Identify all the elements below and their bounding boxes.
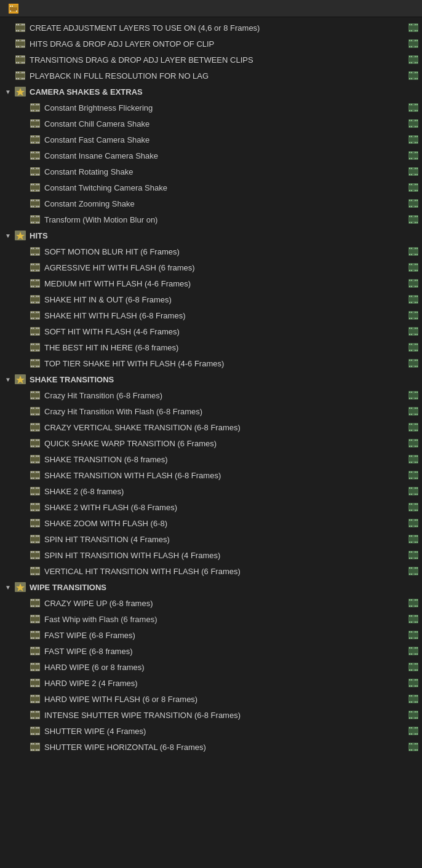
right-icon-hard-wipe-2[interactable] bbox=[407, 677, 420, 689]
item-const-chill[interactable]: Constant Chill Camera Shake bbox=[0, 116, 422, 132]
right-icon-intense-shutter[interactable] bbox=[407, 709, 420, 721]
right-icon-crazy-hit-trans-flash[interactable] bbox=[407, 405, 420, 417]
item-transform-motion[interactable]: Transform (With Motion Blur on) bbox=[0, 211, 422, 227]
svg-rect-441 bbox=[38, 414, 39, 415]
item-fast-wipe-2[interactable]: FAST WIPE (6-8 frames) bbox=[0, 643, 422, 659]
item-shake-hit-flash[interactable]: SHAKE HIT WITH FLASH (6-8 Frames) bbox=[0, 307, 422, 323]
right-icon-shake-zoom-flash[interactable] bbox=[407, 517, 420, 529]
item-const-twitching[interactable]: Constant Twitching Camera Shake bbox=[0, 180, 422, 195]
right-icon-medium-hit[interactable] bbox=[407, 277, 420, 290]
right-icon-transitions-drag[interactable] bbox=[407, 53, 420, 66]
item-spin-hit-trans-flash[interactable]: SPIN HIT TRANSITION WITH FLASH (4 Frames… bbox=[0, 547, 422, 563]
right-icon-hits-drag[interactable] bbox=[407, 37, 420, 50]
item-crazy-wipe-up[interactable]: CRAZY WIPE UP (6-8 frames) bbox=[0, 595, 422, 611]
right-icon-best-hit[interactable] bbox=[407, 341, 420, 353]
right-icon-const-zooming[interactable] bbox=[407, 197, 420, 210]
item-shake-2-flash[interactable]: SHAKE 2 WITH FLASH (6-8 Frames) bbox=[0, 499, 422, 515]
fx-icon-fast-whip-flash bbox=[30, 614, 41, 624]
item-const-fast[interactable]: Constant Fast Camera Shake bbox=[0, 132, 422, 148]
right-icon-shake-hit-flash[interactable] bbox=[407, 309, 420, 322]
item-hard-wipe-2[interactable]: HARD WIPE 2 (4 Frames) bbox=[0, 675, 422, 691]
right-icon-soft-motion-blur[interactable] bbox=[407, 245, 420, 258]
right-icon-shutter-wipe-horiz[interactable] bbox=[407, 741, 420, 753]
item-transitions-drag[interactable]: TRANSITIONS DRAG & DROP ADJ LAYER BETWEE… bbox=[0, 52, 422, 68]
right-icon-const-chill[interactable] bbox=[407, 117, 420, 130]
item-shutter-wipe-horiz[interactable]: SHUTTER WIPE HORIZONTAL (6-8 Frames) bbox=[0, 739, 422, 755]
svg-rect-17 bbox=[409, 24, 410, 25]
item-shake-hit-in-out[interactable]: SHAKE HIT IN & OUT (6-8 Frames) bbox=[0, 291, 422, 307]
svg-rect-324 bbox=[416, 296, 418, 297]
section-hits[interactable]: ▼ HITS bbox=[0, 227, 422, 243]
section-wipe-transitions[interactable]: ▼ WIPE TRANSITIONS bbox=[0, 579, 422, 595]
right-icon-transform-motion[interactable] bbox=[407, 213, 420, 226]
item-vert-hit-trans-flash[interactable]: VERTICAL HIT TRANSITION WITH FLASH (6 Fr… bbox=[0, 563, 422, 579]
item-fast-whip-flash[interactable]: Fast Whip with Flash (6 frames) bbox=[0, 611, 422, 627]
right-icon-const-twitching[interactable] bbox=[407, 181, 420, 194]
item-soft-hit-flash[interactable]: SOFT HIT WITH FLASH (4-6 Frames) bbox=[0, 323, 422, 339]
item-const-insane[interactable]: Constant Insane Camera Shake bbox=[0, 148, 422, 164]
item-const-zooming[interactable]: Constant Zooming Shake bbox=[0, 195, 422, 211]
svg-rect-509 bbox=[411, 462, 412, 463]
right-icon-fast-wipe-1[interactable] bbox=[407, 629, 420, 641]
item-medium-hit[interactable]: MEDIUM HIT WITH FLASH (4-6 Frames) bbox=[0, 275, 422, 291]
item-crazy-vert-shake[interactable]: CRAZY VERTICAL SHAKE TRANSITION (6-8 Fra… bbox=[0, 419, 422, 435]
right-icon-create-adj[interactable] bbox=[407, 22, 420, 34]
right-icon-crazy-wipe-up[interactable] bbox=[407, 597, 420, 609]
right-icon-agressive-hit[interactable] bbox=[407, 261, 420, 274]
right-icon-fast-wipe-2[interactable] bbox=[407, 645, 420, 657]
item-playback[interactable]: PLAYBACK IN FULL RESOLUTION FOR NO LAG bbox=[0, 68, 422, 84]
item-fast-wipe-1[interactable]: FAST WIPE (6-8 Frames) bbox=[0, 627, 422, 643]
right-icon-shutter-wipe[interactable] bbox=[407, 725, 420, 737]
item-soft-motion-blur[interactable]: SOFT MOTION BLUR HIT (6 Frames) bbox=[0, 243, 422, 259]
item-quick-shake-warp[interactable]: QUICK SHAKE WARP TRANSITION (6 Frames) bbox=[0, 435, 422, 451]
item-hard-wipe-flash[interactable]: HARD WIPE WITH FLASH (6 or 8 Frames) bbox=[0, 691, 422, 707]
right-icon-quick-shake-warp[interactable] bbox=[407, 437, 420, 449]
right-icon-crazy-hit-trans[interactable] bbox=[407, 389, 420, 401]
item-spin-hit-trans[interactable]: SPIN HIT TRANSITION (4 Frames) bbox=[0, 531, 422, 547]
svg-rect-827 bbox=[415, 727, 416, 728]
right-icon-const-fast[interactable] bbox=[407, 133, 420, 146]
item-shake-2[interactable]: SHAKE 2 (6-8 frames) bbox=[0, 483, 422, 499]
item-best-hit[interactable]: THE BEST HIT IN HERE (6-8 frames) bbox=[0, 339, 422, 355]
item-intense-shutter[interactable]: INTENSE SHUTTER WIPE TRANSITION (6-8 Fra… bbox=[0, 707, 422, 723]
item-shake-trans-flash[interactable]: SHAKE TRANSITION WITH FLASH (6-8 Frames) bbox=[0, 467, 422, 483]
item-const-rotating[interactable]: Constant Rotating Shake bbox=[0, 164, 422, 180]
svg-rect-568 bbox=[409, 510, 410, 511]
item-shake-trans[interactable]: SHAKE TRANSITION (6-8 frames) bbox=[0, 451, 422, 467]
item-top-tier-hit[interactable]: TOP TIER SHAKE HIT WITH FLASH (4-6 Frame… bbox=[0, 355, 422, 371]
right-icon-hard-wipe-1[interactable] bbox=[407, 661, 420, 673]
svg-rect-347 bbox=[411, 318, 412, 319]
item-const-brightness[interactable]: Constant Brightness Flickering bbox=[0, 100, 422, 116]
svg-rect-435 bbox=[36, 408, 38, 409]
item-crazy-hit-trans[interactable]: Crazy Hit Transition (6-8 Frames) bbox=[0, 387, 422, 403]
right-icon-playback[interactable] bbox=[407, 69, 420, 82]
svg-rect-528 bbox=[409, 478, 410, 479]
item-agressive-hit[interactable]: AGRESSIVE HIT WITH FLASH (6 frames) bbox=[0, 259, 422, 275]
item-create-adj[interactable]: CREATE ADJUSTMENT LAYERS TO USE ON (4,6 … bbox=[0, 20, 422, 36]
item-shutter-wipe[interactable]: SHUTTER WIPE (4 Frames) bbox=[0, 723, 422, 739]
right-icon-shake-2-flash[interactable] bbox=[407, 501, 420, 513]
right-icon-const-rotating[interactable] bbox=[407, 165, 420, 178]
item-hard-wipe-1[interactable]: HARD WIPE (6 or 8 frames) bbox=[0, 659, 422, 675]
right-icon-crazy-vert-shake[interactable] bbox=[407, 421, 420, 433]
right-icon-vert-hit-trans-flash[interactable] bbox=[407, 565, 420, 577]
right-icon-top-tier-hit[interactable] bbox=[407, 357, 420, 369]
right-icon-shake-trans[interactable] bbox=[407, 453, 420, 465]
right-icon-spin-hit-trans[interactable] bbox=[407, 533, 420, 545]
section-shake-transitions[interactable]: ▼ SHAKE TRANSITIONS bbox=[0, 371, 422, 387]
right-icon-shake-trans-flash[interactable] bbox=[407, 469, 420, 481]
item-shake-zoom-flash[interactable]: SHAKE ZOOM WITH FLASH (6-8) bbox=[0, 515, 422, 531]
right-icon-const-insane[interactable] bbox=[407, 149, 420, 162]
right-icon-spin-hit-trans-flash[interactable] bbox=[407, 549, 420, 561]
item-hits-drag[interactable]: HITS DRAG & DROP ADJ LAYER ONTOP OF CLIP bbox=[0, 36, 422, 52]
right-icon-hard-wipe-flash[interactable] bbox=[407, 693, 420, 705]
fx-icon-hard-wipe-2 bbox=[30, 678, 41, 688]
item-crazy-hit-trans-flash[interactable]: Crazy Hit Transition With Flash (6-8 Fra… bbox=[0, 403, 422, 419]
right-icon-shake-hit-in-out[interactable] bbox=[407, 293, 420, 306]
right-icon-const-brightness[interactable] bbox=[407, 101, 420, 114]
right-icon-fast-whip-flash[interactable] bbox=[407, 613, 420, 625]
section-camera-shakes[interactable]: ▼ CAMERA SHAKES & EXTRAS bbox=[0, 84, 422, 100]
right-icon-shake-2[interactable] bbox=[407, 485, 420, 497]
right-icon-soft-hit-flash[interactable] bbox=[407, 325, 420, 337]
svg-rect-488 bbox=[409, 446, 410, 447]
